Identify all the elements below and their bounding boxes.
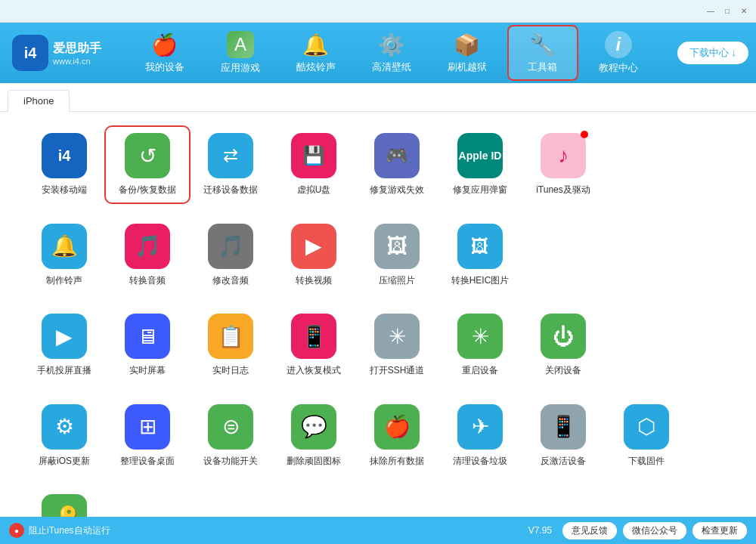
firmware-icon: ⬡: [637, 414, 655, 439]
logo-icon: i4: [24, 45, 37, 62]
migrate-icon: ⇄: [223, 145, 238, 166]
download-firmware-label: 下载固件: [628, 456, 665, 468]
screen-cast-icon: ▶: [56, 324, 73, 349]
tool-access-limit[interactable]: 🔑 访问限制: [23, 488, 106, 517]
tool-row-4: 🔑 访问限制: [23, 488, 733, 517]
block-update-icon: ⚙: [55, 414, 74, 439]
nav-apps-games[interactable]: A 应用游戏: [206, 26, 274, 79]
real-screen-icon: 🖥: [137, 324, 158, 349]
tool-ssh-tunnel[interactable]: ✳ 打开SSH通道: [355, 308, 438, 383]
tool-clean-junk[interactable]: ✈ 清理设备垃圾: [438, 398, 522, 474]
nav-jailbreak[interactable]: 📦 刷机越狱: [433, 26, 501, 79]
tool-erase-all-data[interactable]: 🍎 抹除所有数据: [355, 398, 438, 474]
convert-video-label: 转换视频: [296, 275, 332, 287]
recovery-mode-label: 进入恢复模式: [287, 365, 341, 377]
tool-block-ios-update[interactable]: ⚙ 屏蔽iOS更新: [23, 398, 106, 474]
content-area: i4 安装移动端 ↺ 备份/恢复数据 ⇄ 迁移设备数据 💾 虚拟U盘: [0, 112, 756, 517]
tab-iphone[interactable]: iPhone: [8, 90, 70, 112]
maximize-btn[interactable]: □: [721, 5, 733, 17]
nav-items: 🍎 我的设备 A 应用游戏 🔔 酷炫铃声 ⚙️ 高清壁纸 📦 刷机越狱 🔧 工具…: [106, 26, 677, 79]
status-left: ● 阻止iTunes自动运行: [9, 523, 522, 538]
tool-fix-app-popup[interactable]: Apple ID 修复应用弹窗: [438, 127, 522, 202]
wallpaper-icon: ⚙️: [378, 32, 404, 57]
tool-compress-photo[interactable]: 🖼 压缩照片: [355, 218, 438, 293]
organize-desktop-icon: ⊞: [139, 414, 156, 439]
restart-device-label: 重启设备: [462, 365, 498, 377]
erase-all-data-label: 抹除所有数据: [370, 456, 424, 468]
tool-device-func-switch[interactable]: ⊜ 设备功能开关: [189, 398, 272, 474]
nav-tutorial[interactable]: i 教程中心: [584, 26, 652, 79]
tool-fix-game[interactable]: 🎮 修复游戏失效: [355, 127, 438, 202]
status-text: 阻止iTunes自动运行: [29, 524, 110, 537]
tool-real-screen[interactable]: 🖥 实时屏幕: [106, 308, 189, 383]
backup-restore-label: 备份/恢复数据: [119, 184, 175, 196]
wallpaper-label: 高清壁纸: [372, 60, 411, 74]
convert-heic-label: 转换HEIC图片: [451, 275, 510, 287]
tool-restart-device[interactable]: ✳ 重启设备: [438, 308, 522, 383]
wechat-btn[interactable]: 微信公众号: [623, 522, 686, 539]
itunes-driver-label: iTunes及驱动: [536, 184, 590, 196]
itunes-badge: [581, 131, 588, 138]
screen-cast-label: 手机投屏直播: [37, 365, 91, 377]
nav-toolbox[interactable]: 🔧 工具箱: [509, 26, 577, 79]
block-ios-update-label: 屏蔽iOS更新: [39, 456, 90, 468]
fix-app-popup-label: 修复应用弹窗: [453, 184, 507, 196]
download-btn[interactable]: 下载中心 ↓: [677, 42, 748, 64]
tutorial-label: 教程中心: [599, 61, 638, 75]
nav-wallpaper[interactable]: ⚙️ 高清壁纸: [358, 26, 426, 79]
feedback-btn[interactable]: 意见反馈: [562, 522, 617, 539]
delete-icon-icon: 💬: [301, 414, 327, 439]
ssh-tunnel-icon: ✳: [389, 324, 406, 349]
itunes-icon: ♪: [558, 144, 569, 168]
convert-heic-icon: 🖼: [471, 236, 489, 257]
tool-shutdown-device[interactable]: ⏻ 关闭设备: [522, 308, 605, 383]
tool-convert-video[interactable]: ▶ 转换视频: [272, 218, 355, 293]
tool-virtual-udisk[interactable]: 💾 虚拟U盘: [272, 127, 355, 202]
toolbox-label: 工具箱: [528, 60, 557, 74]
real-screen-label: 实时屏幕: [129, 365, 166, 377]
real-log-label: 实时日志: [212, 365, 249, 377]
shutdown-device-label: 关闭设备: [545, 365, 581, 377]
tool-convert-heic[interactable]: 🖼 转换HEIC图片: [438, 218, 522, 293]
func-switch-icon: ⊜: [222, 414, 240, 439]
statusbar: ● 阻止iTunes自动运行 V7.95 意见反馈 微信公众号 检查更新: [0, 517, 756, 544]
tool-install-mobile[interactable]: i4 安装移动端: [23, 127, 106, 202]
apps-icon: A: [227, 31, 254, 58]
tool-deactivate[interactable]: 📱 反激活设备: [522, 398, 605, 474]
device-func-switch-label: 设备功能开关: [203, 456, 258, 468]
tool-edit-audio[interactable]: 🎵 修改音频: [189, 218, 272, 293]
tool-make-ringtone[interactable]: 🔔 制作铃声: [23, 218, 106, 293]
tool-row-0: i4 安装移动端 ↺ 备份/恢复数据 ⇄ 迁移设备数据 💾 虚拟U盘: [23, 127, 733, 202]
nav-ringtones[interactable]: 🔔 酷炫铃声: [282, 26, 350, 79]
access-limit-icon: 🔑: [51, 505, 78, 517]
tool-download-firmware[interactable]: ⬡ 下载固件: [605, 398, 688, 474]
tool-backup-restore[interactable]: ↺ 备份/恢复数据: [106, 127, 189, 202]
convert-video-icon: ▶: [305, 233, 322, 258]
tool-delete-stubborn-icon[interactable]: 💬 删除顽固图标: [272, 398, 355, 474]
tool-itunes-driver[interactable]: ♪ iTunes及驱动: [522, 127, 605, 202]
tool-recovery-mode[interactable]: 📱 进入恢复模式: [272, 308, 355, 383]
apps-label: 应用游戏: [221, 61, 260, 75]
organize-desktop-label: 整理设备桌面: [120, 456, 175, 468]
ringtones-icon: 🔔: [302, 32, 329, 57]
nav-my-device[interactable]: 🍎 我的设备: [131, 26, 199, 79]
logo-name: 爱思助手: [53, 41, 101, 57]
migrate-data-label: 迁移设备数据: [203, 184, 258, 196]
tool-screen-cast[interactable]: ▶ 手机投屏直播: [23, 308, 106, 383]
check-update-btn[interactable]: 检查更新: [692, 522, 747, 539]
restart-icon: ✳: [472, 324, 489, 349]
tool-migrate-data[interactable]: ⇄ 迁移设备数据: [189, 127, 272, 202]
tool-convert-audio[interactable]: 🎵 转换音频: [106, 218, 189, 293]
real-log-icon: 📋: [218, 324, 244, 349]
edit-audio-label: 修改音频: [212, 275, 249, 287]
tool-real-log[interactable]: 📋 实时日志: [189, 308, 272, 383]
my-device-label: 我的设备: [145, 60, 184, 74]
minimize-btn[interactable]: —: [705, 5, 717, 17]
install-mobile-label: 安装移动端: [42, 184, 87, 196]
tool-organize-desktop[interactable]: ⊞ 整理设备桌面: [106, 398, 189, 474]
deactivate-label: 反激活设备: [541, 456, 586, 468]
convert-audio-icon: 🎵: [135, 233, 161, 258]
compress-photo-icon: 🖼: [386, 233, 407, 258]
fix-popup-icon: Apple ID: [459, 150, 502, 162]
close-btn[interactable]: ✕: [738, 5, 750, 17]
